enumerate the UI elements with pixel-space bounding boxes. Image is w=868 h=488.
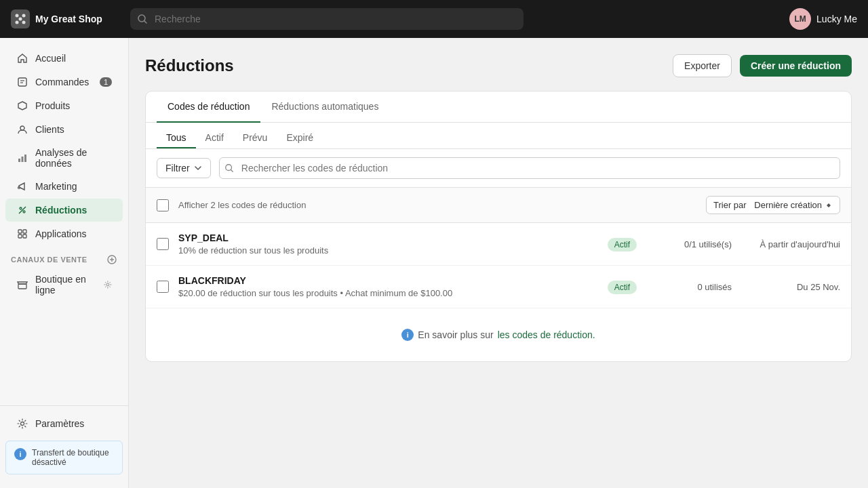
search-bar[interactable] — [130, 8, 524, 30]
sidebar-item-produits[interactable]: Produits — [5, 94, 123, 117]
gear-icon — [16, 418, 28, 430]
code-search[interactable] — [219, 157, 840, 179]
accueil-label: Accueil — [35, 53, 66, 64]
svg-point-11 — [20, 126, 24, 130]
code-search-input[interactable] — [219, 157, 840, 179]
status-tab-tous[interactable]: Tous — [157, 128, 196, 148]
svg-rect-13 — [22, 157, 24, 162]
settings-gear-icon[interactable] — [104, 280, 112, 289]
search-input[interactable] — [130, 8, 524, 30]
reductions-label: Réductions — [35, 205, 87, 216]
svg-point-4 — [22, 21, 26, 24]
row-desc-1: 10% de réduction sur tous les produits — [178, 245, 594, 256]
parametres-label: Paramètres — [35, 418, 84, 429]
filter-button[interactable]: Filtrer — [157, 158, 211, 178]
svg-rect-21 — [18, 235, 22, 238]
row-usage-1: 0/1 utilisé(s) — [650, 239, 732, 249]
info-footer: i En savoir plus sur les codes de réduct… — [146, 308, 851, 361]
app-logo: My Great Shop — [11, 9, 119, 28]
row-checkbox-1[interactable] — [157, 238, 169, 250]
boutique-label: Boutique en ligne — [35, 274, 97, 296]
app-name: My Great Shop — [35, 14, 102, 24]
user-menu[interactable]: LM Lucky Me — [789, 8, 857, 30]
add-channel-icon[interactable] — [106, 254, 117, 265]
svg-rect-22 — [23, 235, 26, 238]
sidebar-item-analyses[interactable]: Analyses de données — [5, 142, 123, 174]
create-reduction-button[interactable]: Créer une réduction — [740, 55, 852, 77]
search-icon — [137, 14, 148, 24]
status-badge-2: Actif — [608, 281, 637, 294]
page-title: Réductions — [145, 56, 234, 75]
status-tab-expire[interactable]: Expiré — [277, 128, 323, 148]
applications-label: Applications — [35, 228, 87, 239]
clients-label: Clients — [35, 124, 64, 135]
row-date-2: Du 25 Nov. — [732, 282, 840, 292]
status-tab-prevu[interactable]: Prévu — [233, 128, 277, 148]
row-checkbox-2[interactable] — [157, 281, 169, 293]
svg-rect-26 — [18, 284, 26, 289]
main-content: Réductions Exporter Créer une réduction … — [129, 38, 868, 488]
user-name: Lucky Me — [816, 14, 857, 24]
export-button[interactable]: Exporter — [673, 54, 732, 77]
commandes-label: Commandes — [35, 77, 89, 87]
header-actions: Exporter Créer une réduction — [673, 54, 852, 77]
sales-channels-section: CANAUX DE VENTE Boutique en ligne — [0, 246, 128, 302]
apps-icon — [16, 228, 28, 240]
chevron-down-icon — [194, 164, 202, 172]
svg-line-30 — [231, 169, 233, 171]
svg-point-27 — [106, 283, 109, 286]
sidebar-item-reductions[interactable]: Réductions — [5, 199, 123, 222]
tab-reductions-auto[interactable]: Réductions automatiques — [260, 92, 389, 123]
sidebar-item-accueil[interactable]: Accueil — [5, 47, 123, 70]
status-tab-actif[interactable]: Actif — [196, 128, 233, 148]
row-date-1: À partir d'aujourd'hui — [732, 239, 840, 249]
info-link[interactable]: les codes de réduction. — [498, 329, 595, 340]
logo-icon — [11, 9, 30, 28]
sidebar-bottom: Paramètres i Transfert de boutique désac… — [0, 405, 128, 480]
orders-icon — [16, 76, 28, 88]
search-filter-icon — [224, 163, 234, 173]
svg-point-3 — [16, 21, 19, 24]
sidebar-item-clients[interactable]: Clients — [5, 118, 123, 141]
clients-icon — [16, 123, 28, 136]
sidebar-item-marketing[interactable]: Marketing — [5, 175, 123, 198]
row-code-1: SYP_DEAL — [178, 232, 594, 243]
status-tabs: Tous Actif Prévu Expiré — [157, 128, 840, 148]
sales-channels-label: CANAUX DE VENTE — [0, 246, 128, 268]
sidebar-item-boutique[interactable]: Boutique en ligne — [5, 268, 123, 301]
row-usage-2: 0 utilisés — [650, 282, 732, 292]
sidebar-nav: Accueil Commandes 1 — [0, 46, 128, 246]
produits-label: Produits — [35, 100, 70, 111]
sort-label: Trier par — [713, 200, 747, 210]
svg-rect-19 — [18, 230, 22, 233]
filter-row: Filtrer — [146, 149, 851, 188]
svg-rect-12 — [18, 159, 20, 162]
tab-codes-reduction[interactable]: Codes de réduction — [157, 92, 260, 123]
info-text: En savoir plus sur — [418, 329, 493, 340]
main-tabs: Codes de réduction Réductions automatiqu… — [146, 92, 851, 123]
row-status-1: Actif — [608, 238, 637, 250]
table-row[interactable]: BLACKFRIDAY $20.00 de réduction sur tous… — [146, 266, 851, 308]
products-icon — [16, 100, 28, 112]
sort-button[interactable]: Trier par Dernière création — [706, 196, 840, 214]
info-circle-icon: i — [401, 329, 414, 341]
svg-point-28 — [21, 422, 24, 426]
avatar: LM — [789, 8, 811, 30]
marketing-label: Marketing — [35, 181, 77, 192]
status-tabs-container: Tous Actif Prévu Expiré — [146, 123, 851, 149]
svg-line-7 — [144, 21, 147, 24]
svg-rect-8 — [18, 78, 26, 86]
home-icon — [16, 52, 28, 64]
sidebar-item-applications[interactable]: Applications — [5, 222, 123, 245]
row-status-2: Actif — [608, 281, 637, 293]
commandes-badge: 1 — [100, 77, 112, 87]
table-row[interactable]: SYP_DEAL 10% de réduction sur tous les p… — [146, 223, 851, 266]
sidebar-item-commandes[interactable]: Commandes 1 — [5, 70, 123, 94]
svg-point-5 — [19, 18, 22, 21]
topbar: My Great Shop LM Lucky Me — [0, 0, 868, 38]
select-all-checkbox[interactable] — [157, 199, 169, 211]
sidebar-item-parametres[interactable]: Paramètres — [5, 412, 123, 435]
transfer-banner: i Transfert de boutique désactivé — [5, 441, 123, 474]
sort-value: Dernière création — [754, 200, 822, 210]
info-icon: i — [14, 448, 26, 460]
